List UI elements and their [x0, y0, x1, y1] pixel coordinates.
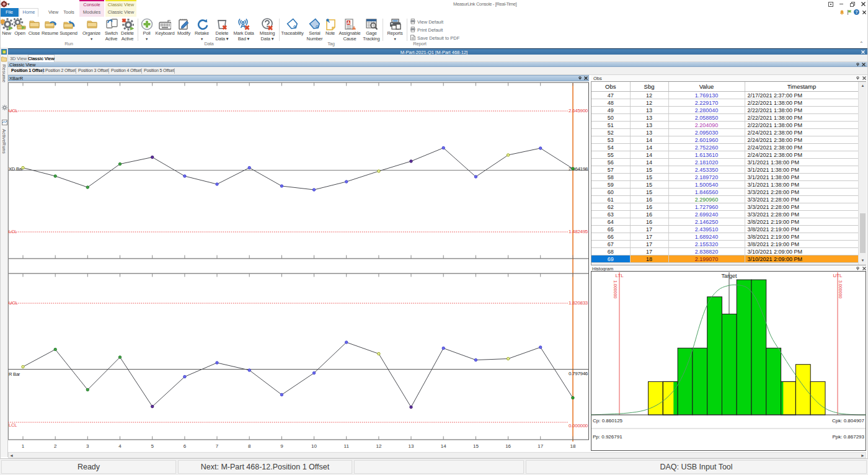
svg-text:18: 18 [570, 443, 575, 449]
svg-text:Pp: 0.926791: Pp: 0.926791 [593, 434, 622, 440]
svg-text:UTL: UTL [833, 273, 843, 278]
svg-text:0.797946: 0.797946 [569, 371, 588, 376]
svg-text:1: 1 [22, 443, 25, 449]
svg-text:0.000000: 0.000000 [569, 423, 588, 428]
svg-text:11: 11 [344, 443, 350, 449]
svg-text:2.645900: 2.645900 [569, 108, 588, 113]
svg-text:5: 5 [151, 443, 154, 449]
svg-text:2: 2 [54, 443, 57, 449]
svg-text:Ppk: 0.867293: Ppk: 0.867293 [832, 434, 864, 440]
svg-text:4: 4 [118, 443, 122, 449]
svg-text:15: 15 [473, 443, 479, 449]
svg-text:9: 9 [280, 443, 283, 449]
svg-text:13: 13 [409, 443, 414, 449]
svg-text:10: 10 [311, 443, 317, 449]
svg-text:12: 12 [376, 443, 381, 449]
svg-text:17: 17 [538, 443, 543, 449]
svg-text:7: 7 [216, 443, 219, 449]
svg-text:1.000000: 1.000000 [613, 280, 618, 298]
svg-text:3.000000: 3.000000 [838, 280, 843, 298]
svg-text:Cpk: 0.804907: Cpk: 0.804907 [832, 418, 865, 424]
svg-text:16: 16 [505, 443, 511, 449]
svg-text:Cp: 0.860125: Cp: 0.860125 [593, 418, 623, 424]
svg-text:3: 3 [86, 443, 89, 449]
svg-text:Target: Target [721, 273, 737, 279]
svg-text:1.820833: 1.820833 [569, 300, 588, 306]
svg-text:1.482495: 1.482495 [569, 229, 588, 234]
svg-text:LTL: LTL [615, 273, 624, 278]
svg-text:?: ? [855, 10, 857, 14]
svg-text:LCL: LCL [9, 229, 17, 234]
svg-text:XD Bar: XD Bar [9, 166, 24, 172]
svg-text:LCL: LCL [9, 422, 17, 428]
svg-text:UCL: UCL [9, 300, 17, 306]
svg-text:UCL: UCL [9, 108, 17, 113]
svg-text:R Bar: R Bar [9, 371, 20, 377]
svg-text:A: A [347, 20, 350, 25]
svg-text:14: 14 [441, 443, 446, 449]
svg-text:6: 6 [184, 443, 187, 449]
svg-text:8: 8 [248, 443, 251, 449]
